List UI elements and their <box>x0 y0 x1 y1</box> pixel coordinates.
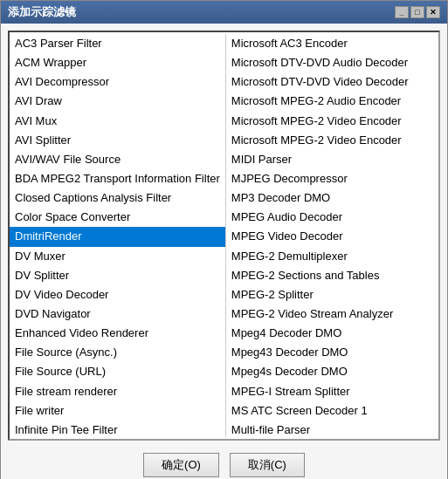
list-item[interactable]: Mpeg43 Decoder DMO <box>226 343 418 362</box>
list-item[interactable]: MPEG Video Decoder <box>226 227 418 246</box>
list-item[interactable]: Enhanced Video Renderer <box>10 324 225 343</box>
list-item[interactable]: Infinite Pin Tee Filter <box>10 421 225 439</box>
cancel-button[interactable]: 取消(C) <box>230 453 305 477</box>
list-item[interactable]: MPEG Audio Decoder <box>226 208 418 227</box>
list-item[interactable]: Microsoft MPEG-2 Audio Encoder <box>226 92 418 111</box>
list-item[interactable]: MJPEG Decompressor <box>226 169 418 188</box>
list-item[interactable]: MPEG-2 Video Stream Analyzer <box>226 305 418 324</box>
list-item[interactable]: MS ATC Screen Decoder 1 <box>226 401 418 421</box>
list-item[interactable]: MIDI Parser <box>226 150 418 169</box>
list-item[interactable]: DVD Navigator <box>10 305 225 324</box>
list-item[interactable]: Microsoft MPEG-2 Video Encoder <box>226 112 418 131</box>
list-item[interactable]: Color Space Converter <box>10 208 225 227</box>
list-item[interactable]: Microsoft DTV-DVD Video Decoder <box>226 72 418 92</box>
list-item[interactable]: Microsoft AC3 Encoder <box>226 34 418 53</box>
left-column: AC3 Parser FilterACM WrapperAVI Decompre… <box>10 32 225 439</box>
list-item[interactable]: AVI Splitter <box>10 131 225 150</box>
list-item[interactable]: MPEG-2 Demultiplexer <box>226 247 418 266</box>
list-item[interactable]: File Source (URL) <box>10 362 225 381</box>
list-item[interactable]: Microsoft MPEG-2 Video Encoder <box>226 131 418 150</box>
list-item[interactable]: Mpeg4s Decoder DMO <box>226 362 418 381</box>
minimize-button[interactable]: _ <box>395 6 409 18</box>
list-item[interactable]: Multi-file Parser <box>226 421 418 439</box>
dialog-window: 添加示踪滤镜 _ □ ✕ AC3 Parser FilterACM Wrappe… <box>0 0 448 479</box>
list-item[interactable]: AVI Mux <box>10 112 225 131</box>
filter-list-container: AC3 Parser FilterACM WrapperAVI Decompre… <box>8 31 440 441</box>
title-bar-text: 添加示踪滤镜 <box>8 4 76 20</box>
right-column: Microsoft AC3 EncoderMicrosoft DTV-DVD A… <box>226 32 418 439</box>
list-item[interactable]: MP3 Decoder DMO <box>226 188 418 208</box>
list-item[interactable]: File Source (Async.) <box>10 343 225 362</box>
close-button[interactable]: ✕ <box>426 6 440 18</box>
list-item[interactable]: File stream renderer <box>10 382 225 401</box>
maximize-button[interactable]: □ <box>410 6 424 18</box>
title-bar-buttons: _ □ ✕ <box>395 6 440 18</box>
list-item[interactable]: MPEG-I Stream Splitter <box>226 382 418 401</box>
list-item[interactable]: MPEG-2 Splitter <box>226 285 418 305</box>
list-item[interactable]: ACM Wrapper <box>10 53 225 72</box>
title-bar: 添加示踪滤镜 _ □ ✕ <box>1 1 447 24</box>
list-item[interactable]: Mpeg4 Decoder DMO <box>226 324 418 343</box>
list-item[interactable]: DV Muxer <box>10 247 225 266</box>
ok-button[interactable]: 确定(O) <box>143 453 219 477</box>
list-item[interactable]: File writer <box>10 401 225 421</box>
list-item[interactable]: Microsoft DTV-DVD Audio Decoder <box>226 53 418 72</box>
list-item[interactable]: AVI/WAV File Source <box>10 150 225 169</box>
list-item[interactable]: BDA MPEG2 Transport Information Filter <box>10 169 225 188</box>
list-item[interactable]: AVI Draw <box>10 92 225 111</box>
list-item[interactable]: DV Splitter <box>10 266 225 285</box>
list-item[interactable]: AVI Decompressor <box>10 72 225 92</box>
list-item[interactable]: DV Video Decoder <box>10 285 225 305</box>
list-item[interactable]: DmitriRender <box>10 227 225 246</box>
list-item[interactable]: AC3 Parser Filter <box>10 34 225 53</box>
button-row: 确定(O) 取消(C) <box>1 448 447 479</box>
list-item[interactable]: Closed Captions Analysis Filter <box>10 188 225 208</box>
list-item[interactable]: MPEG-2 Sections and Tables <box>226 266 418 285</box>
list-inner: AC3 Parser FilterACM WrapperAVI Decompre… <box>10 32 438 439</box>
